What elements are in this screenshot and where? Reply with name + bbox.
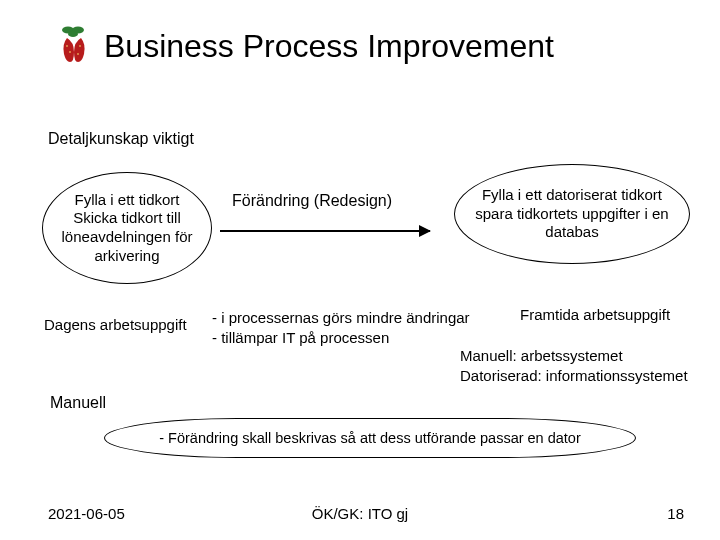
bullet-1: - i processernas görs mindre ändringar (212, 308, 470, 328)
ellipse-current-task: Fylla i ett tidkort Skicka tidkort till … (42, 172, 212, 284)
label-manuell: Manuell (50, 394, 106, 412)
ellipse-future-task: Fylla i ett datoriserat tidkort spara ti… (454, 164, 690, 264)
footer-page-number: 18 (667, 505, 684, 522)
svg-point-3 (66, 45, 68, 47)
label-future-task: Framtida arbetsuppgift (520, 306, 670, 323)
svg-point-2 (68, 31, 78, 37)
computerized-system-line: Datoriserad: informationssystemet (460, 366, 688, 386)
svg-point-4 (69, 51, 71, 53)
redesign-label: Förändring (Redesign) (232, 192, 392, 210)
ellipse-description: - Förändring skall beskrivas så att dess… (104, 418, 636, 458)
ellipse-left-text: Fylla i ett tidkort Skicka tidkort till … (53, 191, 201, 266)
wide-ellipse-text: - Förändring skall beskrivas så att dess… (159, 430, 581, 446)
label-current-task: Dagens arbetsuppgift (44, 316, 187, 333)
svg-point-5 (79, 45, 81, 47)
strawberry-icon (56, 24, 92, 72)
footer-center: ÖK/GK: ITO gj (0, 505, 720, 522)
svg-point-6 (77, 53, 79, 55)
system-types: Manuell: arbetssystemet Datoriserad: inf… (460, 346, 688, 385)
manual-system-line: Manuell: arbetssystemet (460, 346, 688, 366)
bullet-2: - tillämpar IT på processen (212, 328, 470, 348)
bullet-list: - i processernas görs mindre ändringar -… (212, 308, 470, 347)
page-title: Business Process Improvement (104, 28, 554, 65)
ellipse-right-text: Fylla i ett datoriserat tidkort spara ti… (465, 186, 679, 242)
subtitle: Detaljkunskap viktigt (48, 130, 194, 148)
arrow-icon (220, 230, 430, 232)
